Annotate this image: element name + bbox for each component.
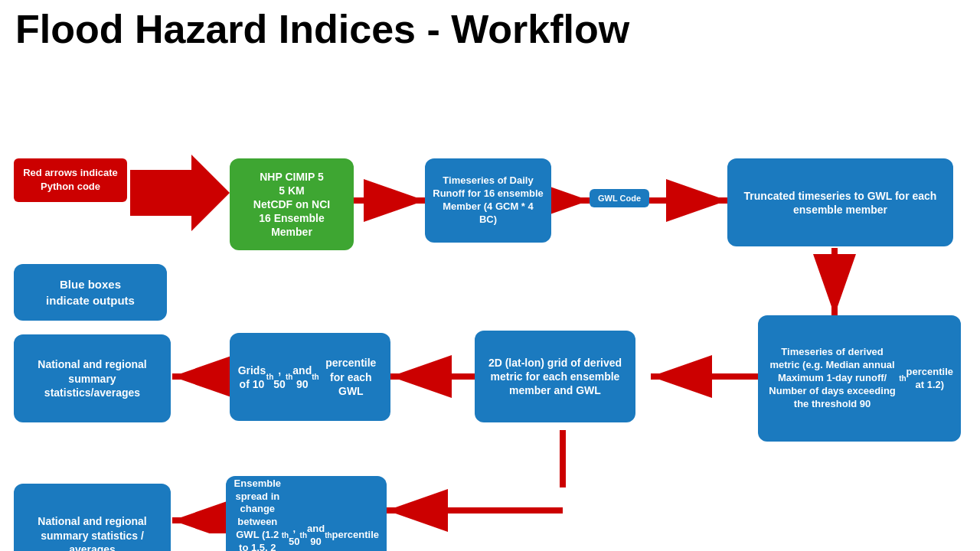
legend-red-arrows: Red arrows indicatePython code bbox=[14, 158, 127, 201]
legend-blue-boxes: Blue boxesindicate outputs bbox=[14, 264, 167, 321]
truncated-box: Truncated timeseries to GWL for each ens… bbox=[727, 158, 953, 246]
derived-metric-box: Timeseries of derived metric (e.g. Media… bbox=[758, 315, 961, 442]
nhp-box: NHP CIMIP 55 KMNetCDF on NCI16 Ensemble … bbox=[230, 158, 354, 250]
national-regional-1-box: National and regional summary statistics… bbox=[14, 334, 171, 422]
page-title: Flood Hazard Indices - Workflow bbox=[0, 0, 980, 51]
workflow-area: Red arrows indicatePython code Blue boxe… bbox=[0, 59, 980, 533]
grid-2d-box: 2D (lat-lon) grid of derived metric for … bbox=[475, 331, 635, 422]
timeseries-daily-box: Timeseries of Daily Runoff for 16 ensemb… bbox=[425, 158, 551, 243]
grids-percentile-box: Grids of 10th, 50th and 90th percentile … bbox=[230, 333, 390, 421]
big-red-arrow-decoration bbox=[130, 155, 230, 234]
gwl-code-label: GWL Code bbox=[590, 189, 649, 207]
national-regional-2-box: National and regional summary statistics… bbox=[14, 484, 171, 551]
svg-marker-13 bbox=[130, 155, 230, 231]
ensemble-spread-box: Ensemble spread in change between GWL (1… bbox=[226, 476, 387, 551]
